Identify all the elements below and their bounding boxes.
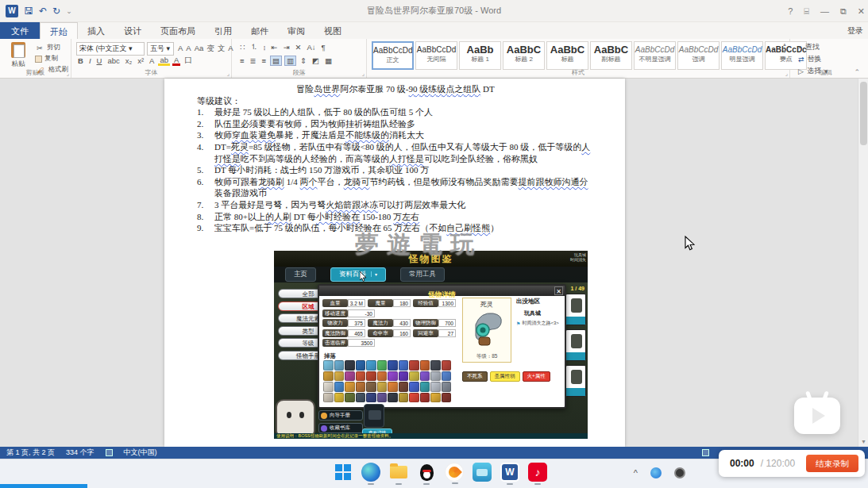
proofing-icon[interactable]: [106, 449, 113, 456]
drop-item-icon[interactable]: [345, 371, 355, 382]
bold-icon[interactable]: B: [76, 56, 85, 65]
find-button[interactable]: ⌕查找: [798, 42, 827, 52]
drop-item-icon[interactable]: [323, 371, 334, 382]
page-count[interactable]: 第 1 页, 共 2 页: [6, 448, 55, 458]
drop-item-icon[interactable]: [345, 382, 355, 392]
sign-in-link[interactable]: 登录: [847, 25, 863, 37]
popup-close-icon[interactable]: ✕: [554, 286, 563, 295]
language-indicator[interactable]: 中文(中国): [124, 448, 157, 458]
drop-item-icon[interactable]: [420, 382, 430, 392]
font-size-combobox[interactable]: 五号 ▾: [147, 42, 174, 56]
styles-up-icon[interactable]: ▲: [782, 42, 787, 47]
strikethrough-icon[interactable]: abc: [106, 56, 121, 65]
close-button[interactable]: ✕: [858, 6, 865, 17]
styles-dialog-launcher[interactable]: ⌟: [785, 71, 788, 77]
drop-item-icon[interactable]: [366, 382, 376, 392]
sort-icon[interactable]: A↓: [305, 43, 317, 52]
styles-more-icon[interactable]: ▼̲: [782, 56, 787, 61]
drop-item-icon[interactable]: [388, 360, 398, 371]
drop-item-icon[interactable]: [409, 382, 419, 392]
drop-item-icon[interactable]: [334, 382, 345, 392]
ribbon-options-button[interactable]: ⌸: [804, 6, 809, 17]
item-slot[interactable]: [364, 404, 384, 428]
grow-font-icon[interactable]: A: [176, 44, 184, 54]
game-button-向导手册[interactable]: 向导手册: [318, 410, 363, 421]
enclose-char-icon[interactable]: 囗: [183, 56, 194, 66]
drop-item-icon[interactable]: [356, 371, 366, 382]
drop-item-icon[interactable]: [442, 360, 452, 371]
char-border-icon[interactable]: 文: [216, 44, 227, 54]
bullets-icon[interactable]: ∷: [238, 43, 246, 52]
show-marks-icon[interactable]: ¶: [320, 43, 327, 52]
drop-item-icon[interactable]: [345, 393, 355, 403]
taskbar-qq-icon[interactable]: [417, 463, 436, 482]
monster-card[interactable]: [565, 294, 586, 325]
drop-item-icon[interactable]: [356, 393, 366, 403]
view-mode-icon[interactable]: [702, 449, 709, 456]
taskbar-media-app-icon[interactable]: [473, 463, 492, 482]
drop-item-icon[interactable]: [420, 360, 430, 371]
monster-card[interactable]: [565, 365, 586, 397]
shrink-font-icon[interactable]: A: [184, 44, 192, 54]
redo-icon[interactable]: ↻: [52, 6, 60, 17]
style-不明显强调[interactable]: AaBbCcDd不明显强调: [634, 41, 676, 70]
style-正文[interactable]: AaBbCcDd正文: [372, 41, 414, 70]
styles-down-icon[interactable]: ▼: [782, 49, 787, 54]
end-recording-button[interactable]: 结束录制: [806, 455, 858, 472]
decrease-indent-icon[interactable]: ⇤: [270, 43, 280, 52]
distribute-icon[interactable]: ▥: [284, 56, 296, 66]
drop-item-icon[interactable]: [366, 360, 376, 371]
tab-开始[interactable]: 开始: [40, 22, 78, 39]
vertical-scrollbar[interactable]: ▼: [858, 79, 868, 447]
drop-item-icon[interactable]: [442, 371, 452, 382]
paste-button[interactable]: 粘贴: [6, 42, 30, 69]
drop-item-icon[interactable]: [399, 393, 409, 403]
style-无间隔[interactable]: AaBbCcDd无间隔: [415, 41, 457, 70]
drop-item-icon[interactable]: [442, 393, 452, 403]
tray-mute-icon[interactable]: [674, 467, 685, 478]
subscript-icon[interactable]: x₂: [124, 56, 133, 65]
style-明显强调[interactable]: AaBbCcDd明显强调: [721, 41, 763, 70]
font-dialog-launcher[interactable]: ⌟: [227, 71, 230, 77]
drop-item-icon[interactable]: [366, 371, 376, 382]
game-tab-资料百科[interactable]: 资料百科▾: [330, 267, 386, 282]
tray-chevron-icon[interactable]: ^: [634, 468, 638, 478]
tray-app-icon[interactable]: [650, 467, 662, 478]
phonetic-guide-icon[interactable]: 变: [205, 44, 216, 54]
style-副标题[interactable]: AaBbC副标题: [590, 41, 632, 70]
multilevel-icon[interactable]: ⁝: [262, 43, 268, 52]
tab-审阅[interactable]: 审阅: [278, 22, 314, 39]
superscript-icon[interactable]: x²: [136, 56, 145, 65]
paragraph-dialog-launcher[interactable]: ⌟: [362, 71, 365, 77]
drop-item-icon[interactable]: [388, 393, 398, 403]
drop-item-icon[interactable]: [430, 371, 441, 382]
numbering-icon[interactable]: ⒈: [249, 42, 260, 52]
drop-item-icon[interactable]: [377, 371, 388, 382]
drop-item-icon[interactable]: [409, 360, 419, 371]
line-spacing-icon[interactable]: ⇕: [299, 56, 308, 65]
asian-layout-icon[interactable]: ✕: [294, 43, 303, 52]
scroll-down-icon[interactable]: ▼: [858, 437, 868, 447]
tab-邮件[interactable]: 邮件: [241, 22, 278, 39]
taskbar-edge-browser-icon[interactable]: [361, 463, 380, 482]
drop-item-icon[interactable]: [430, 382, 441, 392]
drop-item-icon[interactable]: [399, 360, 409, 371]
drop-item-icon[interactable]: [409, 393, 419, 403]
help-button[interactable]: ?: [788, 6, 793, 16]
game-button-收藏书库[interactable]: 收藏书库: [318, 423, 363, 433]
taskbar-word-icon[interactable]: W: [500, 463, 519, 482]
highlight-icon[interactable]: ab: [158, 56, 170, 66]
drop-item-icon[interactable]: [430, 393, 441, 403]
scrollbar-thumb[interactable]: [860, 82, 867, 145]
italic-icon[interactable]: I: [87, 56, 93, 65]
increase-indent-icon[interactable]: ⇥: [282, 43, 291, 52]
drop-item-icon[interactable]: [366, 393, 376, 403]
replace-button[interactable]: ⇄替换: [798, 54, 827, 64]
style-标题 1[interactable]: AaBb标题 1: [459, 41, 501, 70]
align-center-icon[interactable]: ≣: [249, 56, 258, 65]
monster-card[interactable]: [565, 329, 586, 361]
taskbar-netease-music-icon[interactable]: ♪: [528, 463, 547, 482]
game-tab-主页[interactable]: 主页: [285, 267, 316, 282]
tab-dropdown-icon[interactable]: ▾: [371, 271, 377, 277]
taskbar-windows-start-icon[interactable]: [334, 463, 353, 482]
